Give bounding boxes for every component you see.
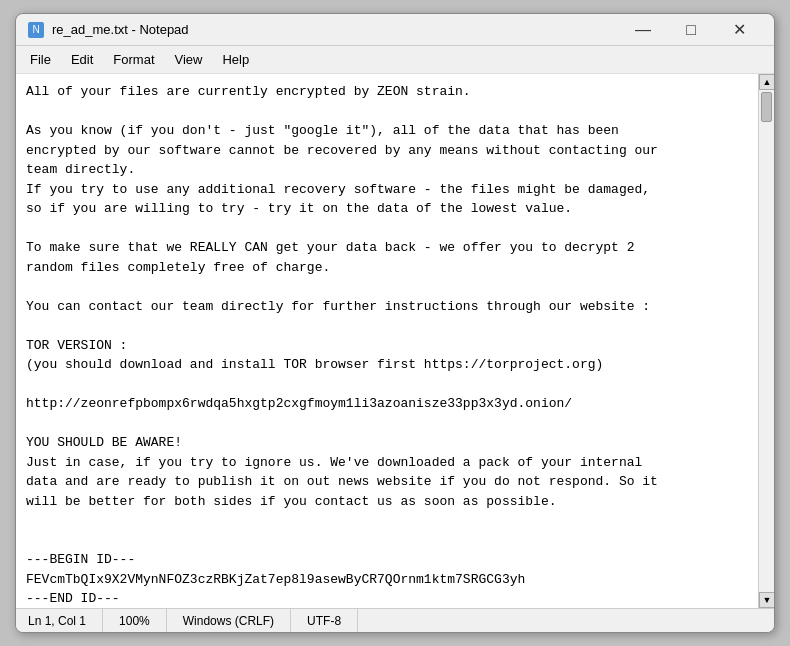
- status-bar: Ln 1, Col 1 100% Windows (CRLF) UTF-8: [16, 608, 774, 632]
- menu-help[interactable]: Help: [212, 48, 259, 71]
- line-ending: Windows (CRLF): [167, 609, 291, 632]
- maximize-button[interactable]: □: [668, 15, 714, 45]
- scroll-down-button[interactable]: ▼: [759, 592, 774, 608]
- minimize-button[interactable]: —: [620, 15, 666, 45]
- close-button[interactable]: ✕: [716, 15, 762, 45]
- menu-file[interactable]: File: [20, 48, 61, 71]
- notepad-window: N re_ad_me.txt - Notepad — □ ✕ File Edit…: [15, 13, 775, 633]
- window-title: re_ad_me.txt - Notepad: [52, 22, 620, 37]
- menu-bar: File Edit Format View Help: [16, 46, 774, 74]
- cursor-position: Ln 1, Col 1: [24, 609, 103, 632]
- vertical-scrollbar[interactable]: ▲ ▼: [758, 74, 774, 608]
- zoom-level: 100%: [103, 609, 167, 632]
- menu-view[interactable]: View: [165, 48, 213, 71]
- menu-edit[interactable]: Edit: [61, 48, 103, 71]
- text-editor[interactable]: All of your files are currently encrypte…: [16, 74, 758, 608]
- app-icon: N: [28, 22, 44, 38]
- scrollbar-track[interactable]: [759, 90, 774, 592]
- menu-format[interactable]: Format: [103, 48, 164, 71]
- scrollbar-thumb[interactable]: [761, 92, 772, 122]
- title-bar: N re_ad_me.txt - Notepad — □ ✕: [16, 14, 774, 46]
- encoding: UTF-8: [291, 609, 358, 632]
- window-controls: — □ ✕: [620, 15, 762, 45]
- content-area: All of your files are currently encrypte…: [16, 74, 774, 608]
- scroll-up-button[interactable]: ▲: [759, 74, 774, 90]
